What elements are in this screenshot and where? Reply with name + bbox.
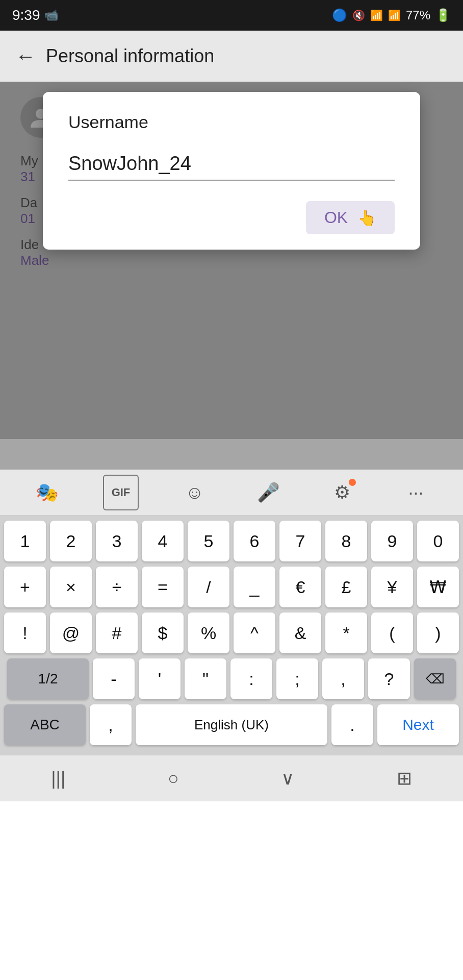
dialog-overlay: Username SnowJohn_24 OK 👆 <box>0 82 463 470</box>
key-9[interactable]: 9 <box>371 521 413 561</box>
gif-button[interactable]: GIF <box>103 475 139 510</box>
key-caret[interactable]: ^ <box>234 612 275 653</box>
status-right: 🔵 🔇 📶 📶 77% 🔋 <box>332 8 451 22</box>
battery-icon: 🔋 <box>435 8 451 22</box>
key-half[interactable]: 1/2 <box>7 658 89 699</box>
username-dialog: Username SnowJohn_24 OK 👆 <box>43 92 420 250</box>
key-6[interactable]: 6 <box>234 521 275 561</box>
key-at[interactable]: @ <box>50 612 92 653</box>
status-left: 9:39 📹 <box>12 7 58 23</box>
key-1[interactable]: 1 <box>4 521 46 561</box>
settings-button[interactable]: ⚙ <box>324 475 360 510</box>
symbol-row-2: ! @ # $ % ^ & * ( ) <box>4 612 459 653</box>
next-button[interactable]: Next <box>377 704 459 745</box>
key-abc[interactable]: ABC <box>4 704 86 745</box>
more-button[interactable]: ··· <box>398 475 434 510</box>
ok-button[interactable]: OK 👆 <box>306 201 395 234</box>
key-question[interactable]: ? <box>368 658 410 699</box>
gif-icon: GIF <box>112 486 131 499</box>
key-dash[interactable]: - <box>93 658 135 699</box>
key-won[interactable]: ₩ <box>417 567 459 607</box>
home-nav-button[interactable]: ○ <box>168 768 179 789</box>
key-pound[interactable]: £ <box>325 567 367 607</box>
time-display: 9:39 <box>12 7 40 23</box>
action-row: ABC , English (UK) . Next <box>4 704 459 745</box>
emoji-icon: ☺ <box>185 482 204 503</box>
key-dollar[interactable]: $ <box>142 612 184 653</box>
key-4[interactable]: 4 <box>142 521 184 561</box>
number-row: 1 2 3 4 5 6 7 8 9 0 <box>4 521 459 561</box>
keyboard-toolbar: 🎭 GIF ☺ 🎤 ⚙ ··· <box>0 470 463 516</box>
key-exclaim[interactable]: ! <box>4 612 46 653</box>
mic-button[interactable]: 🎤 <box>250 475 286 510</box>
key-comma[interactable]: , <box>322 658 364 699</box>
key-plus[interactable]: + <box>4 567 46 607</box>
mute-icon: 🔇 <box>352 9 365 21</box>
dialog-input-container[interactable]: SnowJohn_24 <box>68 153 395 181</box>
emoji-button[interactable]: ☺ <box>177 475 213 510</box>
key-quote[interactable]: " <box>185 658 226 699</box>
key-yen[interactable]: ¥ <box>371 567 413 607</box>
settings-icon: ⚙ <box>334 482 350 503</box>
key-times[interactable]: × <box>50 567 92 607</box>
app-header: ← Personal information <box>0 31 463 82</box>
key-7[interactable]: 7 <box>279 521 321 561</box>
key-apos[interactable]: ' <box>139 658 181 699</box>
key-comma2[interactable]: , <box>90 704 132 745</box>
key-lparen[interactable]: ( <box>371 612 413 653</box>
dialog-input-value[interactable]: SnowJohn_24 <box>68 153 395 180</box>
keyboard-toggle-button[interactable]: ⊞ <box>397 768 412 789</box>
key-colon[interactable]: : <box>230 658 272 699</box>
wifi-icon: 📶 <box>370 9 383 21</box>
sticker-button[interactable]: 🎭 <box>29 475 65 510</box>
bluetooth-icon: 🔵 <box>332 8 347 22</box>
key-5[interactable]: 5 <box>188 521 229 561</box>
key-0[interactable]: 0 <box>417 521 459 561</box>
page-title: Personal information <box>46 45 214 67</box>
signal-icon: 📶 <box>388 9 401 21</box>
key-divide[interactable]: ÷ <box>96 567 138 607</box>
key-equals[interactable]: = <box>142 567 184 607</box>
back-button[interactable]: ← <box>15 45 36 68</box>
key-8[interactable]: 8 <box>325 521 367 561</box>
cursor-icon: 👆 <box>357 209 376 227</box>
key-euro[interactable]: € <box>279 567 321 607</box>
back-nav-button[interactable]: ||| <box>51 768 65 789</box>
dialog-title: Username <box>68 112 395 132</box>
bottom-row: 1/2 - ' " : ; , ? ⌫ <box>4 658 459 699</box>
sticker-icon: 🎭 <box>36 482 59 503</box>
key-backspace[interactable]: ⌫ <box>414 658 456 699</box>
key-asterisk[interactable]: * <box>325 612 367 653</box>
key-2[interactable]: 2 <box>50 521 92 561</box>
symbol-row-1: + × ÷ = / _ € £ ¥ ₩ <box>4 567 459 607</box>
more-icon: ··· <box>408 482 424 503</box>
mic-icon: 🎤 <box>257 482 280 503</box>
key-slash[interactable]: / <box>188 567 229 607</box>
key-percent[interactable]: % <box>188 612 229 653</box>
key-semicolon[interactable]: ; <box>276 658 318 699</box>
dialog-buttons: OK 👆 <box>68 201 395 234</box>
camera-icon: 📹 <box>44 9 58 22</box>
key-period[interactable]: . <box>331 704 373 745</box>
key-underscore[interactable]: _ <box>234 567 275 607</box>
key-space[interactable]: English (UK) <box>136 704 327 745</box>
recent-nav-button[interactable]: ∨ <box>281 768 294 789</box>
battery-display: 77% <box>406 8 430 22</box>
key-rparen[interactable]: ) <box>417 612 459 653</box>
key-amp[interactable]: & <box>279 612 321 653</box>
notification-dot <box>349 479 356 486</box>
main-area: My 31 Da 01 Ide Male Username SnowJohn_2… <box>0 82 463 470</box>
key-3[interactable]: 3 <box>96 521 138 561</box>
key-hash[interactable]: # <box>96 612 138 653</box>
bottom-nav: ||| ○ ∨ ⊞ <box>0 755 463 801</box>
keyboard: 1 2 3 4 5 6 7 8 9 0 + × ÷ = / _ € £ ¥ ₩ … <box>0 516 463 755</box>
status-bar: 9:39 📹 🔵 🔇 📶 📶 77% 🔋 <box>0 0 463 31</box>
